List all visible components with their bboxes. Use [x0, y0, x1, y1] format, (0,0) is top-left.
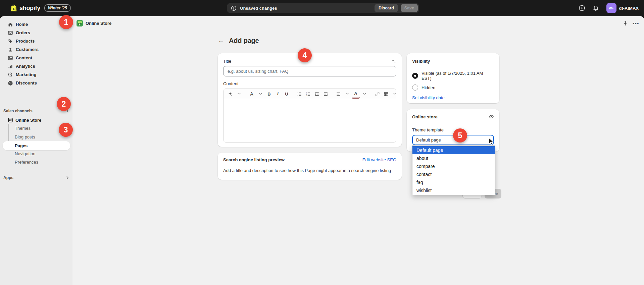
set-visibility-date-link[interactable]: Set visibility date [412, 95, 494, 100]
sidebar-item-marketing[interactable]: Marketing [0, 70, 72, 79]
link-icon[interactable] [373, 90, 381, 98]
align-icon[interactable] [334, 90, 342, 98]
header-actions: ••• [623, 21, 639, 26]
magic-icon[interactable] [226, 90, 234, 98]
dropdown-option-compare[interactable]: compare [412, 162, 495, 170]
discard-button[interactable]: Discard [375, 4, 398, 12]
pin-icon[interactable] [623, 21, 628, 26]
store-icon [8, 117, 13, 123]
annotation-badge-4: 4 [298, 48, 312, 62]
sidebar-item-products[interactable]: Products [0, 37, 72, 45]
sidebar-item-customers[interactable]: Customers [0, 45, 72, 54]
topbar-right: dt- dt-AIMAX [579, 0, 641, 16]
hidden-radio-row[interactable]: Hidden [412, 84, 494, 91]
notification-bell-icon[interactable] [593, 5, 599, 11]
discounts-icon [8, 80, 13, 86]
edit-website-seo-link[interactable]: Edit website SEO [362, 157, 396, 162]
sidebar-item-label: Customers [16, 47, 39, 52]
dropdown-option-default-page[interactable]: Default page [412, 146, 495, 154]
chevron-down-icon[interactable] [391, 90, 396, 98]
save-button-topbar[interactable]: Save [401, 4, 418, 12]
sidebar-item-preferences[interactable]: Preferences [15, 158, 38, 166]
chevron-down-icon[interactable] [256, 90, 264, 98]
sidebar-item-label: Discounts [16, 80, 37, 86]
sidebar-item-label: Themes [15, 126, 31, 131]
sidebar-item-pages-label: Pages [15, 141, 28, 150]
analytics-icon [8, 64, 13, 69]
orders-icon [8, 30, 13, 36]
sidekick-icon[interactable] [579, 5, 585, 11]
sidebar-item-pages-selected[interactable] [3, 141, 70, 150]
visibility-card: Visibility Visible (as of 1/7/2025, 1:01… [407, 53, 499, 103]
seo-description: Add a title and description to see how t… [223, 168, 396, 173]
account-menu[interactable]: dt- dt-AIMAX [606, 3, 641, 13]
indent-icon[interactable] [321, 90, 330, 98]
theme-template-label: Theme template [412, 127, 494, 133]
sidebar-item-label: Products [16, 39, 35, 44]
content-field-label: Content [223, 81, 396, 87]
outdent-icon[interactable] [313, 90, 321, 98]
more-icon[interactable]: ••• [633, 21, 639, 26]
sidebar: Home Orders Products Customers Content A… [0, 16, 72, 285]
svg-text:S: S [13, 7, 15, 10]
home-icon [8, 22, 13, 27]
content-icon [8, 55, 13, 61]
content-editor-body[interactable] [224, 99, 396, 142]
marketing-icon [8, 72, 13, 77]
selected-template-value: Default page [416, 137, 441, 142]
sidebar-item-online-store[interactable]: Online Store [0, 116, 72, 124]
sidebar-item-label: Content [16, 55, 32, 60]
visible-option-label: Visible (as of 1/7/2025, 1:01 AM EST) [422, 71, 494, 81]
text-color-button[interactable]: A [352, 90, 360, 99]
version-badge: Winter '25 [44, 4, 71, 12]
chevron-down-icon[interactable] [343, 90, 351, 98]
table-icon[interactable] [382, 90, 390, 98]
dropdown-option-about[interactable]: about [412, 154, 495, 162]
annotation-badge-2: 2 [57, 97, 71, 111]
text-style-button[interactable]: A [248, 90, 256, 98]
sales-channels-label: Sales channels [3, 109, 33, 113]
numbered-list-icon[interactable]: 123 [304, 90, 312, 98]
sidebar-item-blog-posts[interactable]: Blog posts [15, 133, 35, 141]
shopify-logo[interactable]: S shopify [10, 4, 40, 12]
title-input[interactable] [223, 66, 396, 76]
chevron-down-icon[interactable] [235, 90, 243, 98]
editor-toolbar: A B I U 123 A [224, 89, 396, 99]
sidebar-item-navigation[interactable]: Navigation [15, 150, 35, 158]
annotation-badge-3: 3 [59, 123, 73, 137]
back-arrow-icon[interactable]: ← [218, 38, 224, 44]
breadcrumb[interactable]: Online Store [86, 21, 111, 26]
radio-selected-icon[interactable] [412, 73, 418, 79]
online-store-channel-icon [77, 20, 83, 26]
dropdown-option-wishlist[interactable]: wishlist [412, 186, 495, 194]
chevron-down-icon[interactable] [360, 90, 368, 98]
chevron-right-icon [66, 176, 69, 179]
annotation-badge-5: 5 [453, 128, 467, 142]
italic-button[interactable]: I [274, 90, 282, 98]
customers-icon [8, 47, 13, 52]
dropdown-option-faq[interactable]: faq [412, 178, 495, 186]
visible-radio-row[interactable]: Visible (as of 1/7/2025, 1:01 AM EST) [412, 71, 494, 81]
bold-button[interactable]: B [265, 90, 273, 98]
sidebar-item-label: Pages [15, 143, 28, 148]
sidebar-item-content[interactable]: Content [0, 54, 72, 62]
svg-text:3: 3 [306, 95, 307, 96]
eye-icon[interactable] [489, 114, 494, 119]
sidebar-item-label: Navigation [15, 151, 35, 156]
sidebar-item-orders[interactable]: Orders [0, 28, 72, 37]
sidebar-item-analytics[interactable]: Analytics [0, 62, 72, 70]
sidebar-item-label: Analytics [16, 64, 35, 69]
products-icon [8, 39, 13, 44]
sidebar-item-discounts[interactable]: Discounts [0, 79, 72, 87]
sidebar-item-apps[interactable]: Apps [3, 174, 69, 182]
sidebar-item-themes[interactable]: Themes [15, 124, 31, 132]
radio-unselected-icon[interactable] [412, 84, 418, 91]
unsaved-changes-label: Unsaved changes [240, 6, 277, 11]
underline-button[interactable]: U [283, 90, 291, 98]
rich-text-editor: A B I U 123 A [223, 89, 396, 142]
dropdown-option-contact[interactable]: contact [412, 170, 495, 178]
sparkle-small-icon[interactable] [391, 59, 396, 64]
topbar: S shopify Winter '25 Unsaved changes Dis… [0, 0, 644, 16]
sidebar-item-label: Orders [16, 30, 30, 35]
bullet-list-icon[interactable] [295, 90, 303, 98]
